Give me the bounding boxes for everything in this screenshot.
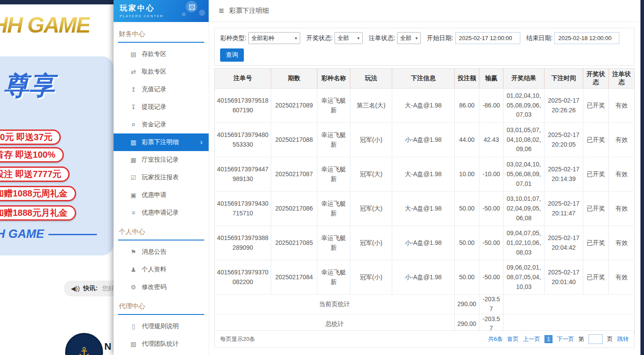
next-page-link[interactable]: 下一页 — [557, 335, 574, 343]
cell-order-status: 有效 — [609, 192, 635, 226]
bubble-decoration — [182, 12, 186, 16]
sidebar-item-promo-apply-record[interactable]: ≡优惠申请记录 — [114, 204, 209, 222]
sidebar-item-label: 取款专区 — [142, 68, 166, 76]
column-header-lottery-name: 彩种名称 — [317, 69, 350, 89]
table-body: 40156917397951860719020250217089幸运飞艇新第三名… — [215, 89, 635, 295]
person-icon: ♟ — [129, 266, 138, 273]
draw-status-select[interactable]: 全部 ▾ — [335, 32, 363, 44]
cell-draw-result: 09,04,07,05,01,02,10,06,08,03 — [504, 226, 545, 260]
cell-period: 20250217089 — [271, 89, 317, 123]
start-date-label: 开始日期: — [427, 34, 453, 42]
cell-bet-info: 大-A盘@1.98 — [392, 89, 455, 123]
cell-lottery-name: 幸运飞艇新 — [317, 260, 350, 295]
sidebar-item-label: 提现记录 — [142, 103, 166, 111]
pagination-controls: 共6条 首页 上一页 1 下一页 第 页 跳转 — [488, 334, 629, 344]
cell-play-type: 第三名(大) — [350, 89, 392, 123]
start-date-input[interactable] — [455, 32, 520, 44]
search-button[interactable]: 查询 — [220, 48, 244, 62]
lottery-type-select[interactable]: 全部彩种 ▾ — [248, 32, 300, 44]
cell-order-status: 有效 — [609, 260, 635, 295]
jump-button[interactable]: 跳转 — [617, 335, 629, 343]
cell-period: 20250217085 — [271, 226, 317, 260]
site-logo: HH GAME — [0, 12, 90, 38]
chevron-down-icon: ▾ — [357, 36, 360, 41]
dice-icon: ⚄ — [188, 3, 195, 12]
cell-win-loss: -50.00 — [479, 260, 504, 295]
cell-bet-info: 小-A盘@1.98 — [392, 260, 455, 295]
hamburger-icon[interactable]: ≡ — [219, 6, 224, 16]
sidebar-item-profile[interactable]: ♟个人资料 — [114, 261, 209, 278]
cell-period: 20250217086 — [271, 192, 317, 226]
page-jump-input[interactable] — [589, 334, 603, 344]
sidebar-item-player-bet-report[interactable]: ☑玩家投注报表 — [114, 169, 209, 186]
footer-logo-badge: ⚓ — [65, 333, 103, 355]
cell-play-type: 冠军(小) — [350, 123, 392, 157]
right-dark-strip — [640, 0, 644, 355]
order-status-select[interactable]: 全部 ▾ — [397, 32, 421, 44]
page: HH GAME 尊享 60元 即送37元首存 即送100%投注 即送7777元加… — [0, 0, 644, 355]
cell-order-no: 401569173979370082200 — [215, 260, 271, 295]
pagination-bar: 每页显示20条 共6条 首页 上一页 1 下一页 第 页 跳转 — [214, 330, 634, 348]
end-date-input[interactable] — [554, 32, 619, 44]
funds-record-icon: ¤ — [129, 121, 138, 128]
brand-underline — [48, 234, 97, 235]
current-page-indicator: 1 — [545, 335, 552, 343]
draw-status-label: 开奖状态: — [306, 34, 333, 42]
cell-play-type: 冠军(小) — [350, 260, 392, 295]
sidebar-item-change-password[interactable]: ⚙修改密码 — [114, 278, 209, 296]
sidebar-item-agent-team-stats[interactable]: ▨代理团队统计 — [114, 335, 209, 353]
sidebar-item-recharge-record[interactable]: ↥充值记录 — [114, 81, 209, 98]
chevron-down-icon: ▾ — [416, 36, 418, 41]
cell-play-type: 冠军(大) — [350, 192, 392, 226]
cell-order-no: 401569173979447989130 — [215, 157, 271, 192]
bubble-decoration — [199, 10, 205, 16]
cell-draw-status: 已开奖 — [583, 89, 609, 123]
sidebar-item-lottery-bet-detail[interactable]: ▥彩票下注明细› — [114, 133, 209, 151]
cell-lottery-name: 幸运飞艇新 — [317, 89, 350, 123]
cell-order-no: 401569173979388289090 — [215, 226, 271, 260]
cell-order-status: 有效 — [609, 226, 635, 260]
page-summary-row: 当前页统计 290.00 -203.57 — [215, 295, 635, 314]
sidebar-item-agent-rules[interactable]: ▯代理规则说明 — [114, 318, 209, 335]
sidebar-item-withdraw[interactable]: ⇄取款专区 — [114, 63, 209, 81]
column-header-bet-info: 下注信息 — [392, 69, 455, 89]
page-jump-label: 第 — [578, 335, 584, 343]
column-header-win-loss: 输赢 — [479, 69, 504, 89]
cell-bet-amount: 50.00 — [455, 192, 479, 226]
player-center-modal: 玩家中心 PLAYERS CENTER ⚄ 财务中心▤存款专区⇄取款专区↥充值记… — [114, 0, 640, 355]
banner-brand: H GAME — [0, 227, 97, 241]
cell-draw-status: 已开奖 — [583, 260, 609, 295]
cell-draw-status: 已开奖 — [583, 123, 609, 157]
table-row: 40156917397937008220020250217084幸运飞艇新冠军(… — [215, 260, 635, 295]
prev-page-link[interactable]: 上一页 — [523, 335, 540, 343]
column-header-draw-result: 开奖结果 — [504, 69, 545, 89]
table-row: 40156917397951860719020250217089幸运飞艇新第三名… — [215, 89, 635, 123]
cell-win-loss: -50.00 — [479, 226, 504, 260]
table-row: 40156917397938828909020250217085幸运飞艇新冠军(… — [215, 226, 635, 260]
lottery-type-value: 全部彩种 — [251, 34, 274, 42]
section-underline — [118, 240, 204, 240]
cell-period: 20250217087 — [271, 157, 317, 192]
cell-bet-time: 2025-02-17 20:01:40 — [545, 260, 583, 295]
cell-lottery-name: 幸运飞艇新 — [317, 192, 350, 226]
page-summary-winloss: -203.57 — [479, 295, 504, 314]
sidebar-section-title: 个人中心 — [119, 228, 203, 240]
cell-win-loss: -50.00 — [479, 192, 504, 226]
sidebar-item-hall-bet-record[interactable]: ▦厅室投注记录 — [114, 151, 209, 169]
document-icon: ▯ — [129, 323, 138, 330]
sidebar-item-deposit[interactable]: ▤存款专区 — [114, 45, 209, 63]
cell-bet-info: 小-A盘@1.98 — [392, 123, 455, 157]
promo-apply-record-icon: ≡ — [129, 209, 138, 216]
lottery-bet-detail-icon: ▥ — [129, 139, 138, 146]
page-jump-suffix: 页 — [607, 335, 613, 343]
first-page-link[interactable]: 首页 — [507, 335, 519, 343]
sidebar-item-label: 厅室投注记录 — [142, 156, 179, 164]
sidebar-section-title: 财务中心 — [119, 30, 203, 42]
sidebar-item-label: 消息公告 — [142, 248, 166, 256]
sidebar-item-label: 优惠申请 — [142, 191, 166, 199]
sidebar-item-funds-record[interactable]: ¤资金记录 — [114, 116, 209, 133]
sidebar-item-announcements[interactable]: ⚑消息公告 — [114, 243, 209, 261]
sidebar-item-promo-apply[interactable]: ▣优惠申请 — [114, 186, 209, 204]
table-header-row: 注单号期数彩种名称玩法下注信息投注额输赢开奖结果下注时间开奖状态注单状态 — [215, 69, 635, 89]
sidebar-item-withdraw-record[interactable]: ↧提现记录 — [114, 98, 209, 116]
